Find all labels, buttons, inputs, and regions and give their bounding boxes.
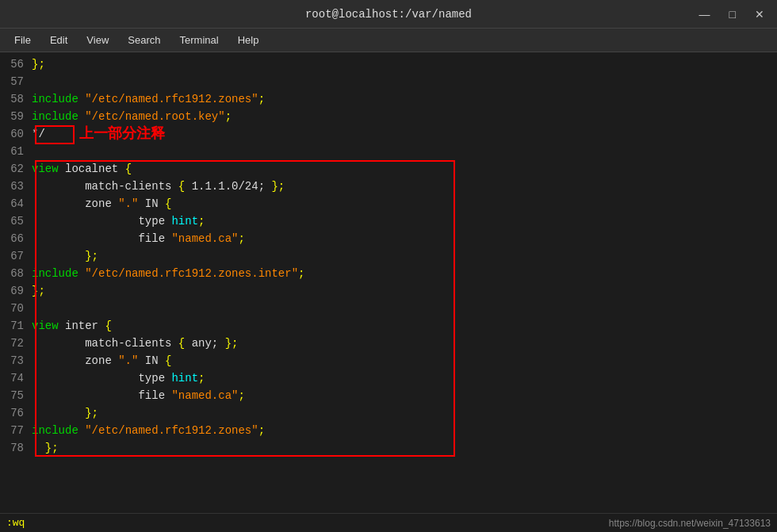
code-line: 69};: [0, 282, 777, 300]
line-number: 65: [0, 212, 32, 230]
close-button[interactable]: ✕: [750, 6, 769, 22]
status-url: https://blog.csdn.net/weixin_47133613: [609, 518, 771, 529]
vim-command: :wq: [6, 517, 25, 529]
line-number: 56: [0, 55, 32, 73]
line-content: };: [32, 247, 777, 265]
line-content: view inter {: [32, 317, 777, 335]
code-line: 74 type hint;: [0, 369, 777, 387]
line-number: 64: [0, 195, 32, 212]
code-line: 71view inter {: [0, 317, 777, 335]
code-line: 73 zone "." IN {: [0, 352, 777, 369]
line-number: 62: [0, 160, 32, 178]
line-content: };: [32, 404, 777, 422]
line-content: type hint;: [32, 212, 777, 230]
terminal-window: root@localhost:/var/named — □ ✕ File Edi…: [0, 0, 777, 532]
status-bar: :wq https://blog.csdn.net/weixin_4713361…: [0, 513, 777, 532]
code-line: 63 match-clients { 1.1.1.0/24; };: [0, 178, 777, 195]
line-number: 71: [0, 317, 32, 335]
line-number: 57: [0, 73, 32, 90]
code-line: 58include "/etc/named.rfc1912.zones";: [0, 90, 777, 108]
line-content: view localnet {: [32, 160, 777, 178]
window-controls: — □ ✕: [695, 6, 769, 22]
title-bar: root@localhost:/var/named — □ ✕: [0, 0, 777, 29]
code-line: 66 file "named.ca";: [0, 230, 777, 247]
line-content: */: [32, 125, 777, 143]
line-number: 72: [0, 335, 32, 352]
line-content: include "/etc/named.rfc1912.zones";: [32, 422, 777, 439]
line-number: 63: [0, 178, 32, 195]
code-line: 64 zone "." IN {: [0, 195, 777, 212]
code-container: 56};5758include "/etc/named.rfc1912.zone…: [0, 52, 777, 513]
code-line: 78 };: [0, 439, 777, 457]
line-content: include "/etc/named.rfc1912.zones";: [32, 90, 777, 108]
line-content: type hint;: [32, 369, 777, 387]
line-number: 60: [0, 125, 32, 143]
line-content: zone "." IN {: [32, 352, 777, 369]
line-number: 68: [0, 265, 32, 282]
line-content: };: [32, 55, 777, 73]
line-content: match-clients { any; };: [32, 335, 777, 352]
line-number: 59: [0, 108, 32, 125]
line-number: 73: [0, 352, 32, 369]
line-number: 77: [0, 422, 32, 439]
menu-search[interactable]: Search: [120, 32, 168, 48]
code-line: 60*/: [0, 125, 777, 143]
line-number: 67: [0, 247, 32, 265]
line-number: 75: [0, 387, 32, 404]
line-content: zone "." IN {: [32, 195, 777, 212]
code-line: 75 file "named.ca";: [0, 387, 777, 404]
code-line: 56};: [0, 55, 777, 73]
code-line: 62view localnet {: [0, 160, 777, 178]
code-line: 61: [0, 143, 777, 160]
code-line: 57: [0, 73, 777, 90]
menu-edit[interactable]: Edit: [42, 32, 75, 48]
maximize-button[interactable]: □: [725, 6, 741, 22]
code-line: 65 type hint;: [0, 212, 777, 230]
line-number: 61: [0, 143, 32, 160]
menu-view[interactable]: View: [78, 32, 117, 48]
line-number: 58: [0, 90, 32, 108]
code-line: 72 match-clients { any; };: [0, 335, 777, 352]
line-content: };: [32, 282, 777, 300]
line-number: 74: [0, 369, 32, 387]
line-number: 78: [0, 439, 32, 457]
menu-terminal[interactable]: Terminal: [172, 32, 227, 48]
menu-help[interactable]: Help: [230, 32, 267, 48]
line-number: 69: [0, 282, 32, 300]
code-line: 68include "/etc/named.rfc1912.zones.inte…: [0, 265, 777, 282]
line-content: include "/etc/named.root.key";: [32, 108, 777, 125]
menu-file[interactable]: File: [6, 32, 39, 48]
line-content: };: [32, 439, 777, 457]
code-line: 70: [0, 300, 777, 317]
line-content: file "named.ca";: [32, 230, 777, 247]
menu-bar: File Edit View Search Terminal Help: [0, 29, 777, 52]
editor-area: 56};5758include "/etc/named.rfc1912.zone…: [0, 52, 777, 513]
line-number: 66: [0, 230, 32, 247]
code-line: 67 };: [0, 247, 777, 265]
line-content: file "named.ca";: [32, 387, 777, 404]
line-number: 70: [0, 300, 32, 317]
code-line: 76 };: [0, 404, 777, 422]
line-number: 76: [0, 404, 32, 422]
line-content: include "/etc/named.rfc1912.zones.inter"…: [32, 265, 777, 282]
window-title: root@localhost:/var/named: [305, 8, 472, 21]
line-content: match-clients { 1.1.1.0/24; };: [32, 178, 777, 195]
minimize-button[interactable]: —: [695, 6, 715, 22]
code-line: 77include "/etc/named.rfc1912.zones";: [0, 422, 777, 439]
code-line: 59include "/etc/named.root.key";: [0, 108, 777, 125]
